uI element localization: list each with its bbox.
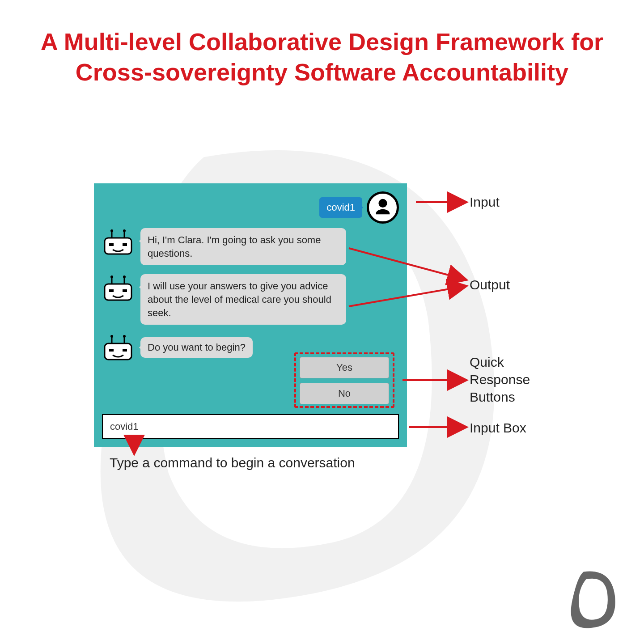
chat-window: covid1 Hi, I'm Clara. I'm going to ask y… — [94, 183, 407, 447]
bot-message-bubble: I will use your answers to give you advi… — [140, 274, 346, 325]
bot-icon — [102, 274, 134, 302]
svg-point-20 — [123, 335, 126, 338]
chat-input-value: covid1 — [110, 421, 139, 432]
svg-point-6 — [123, 229, 126, 232]
annotation-output: Output — [470, 277, 510, 292]
quick-response-no-button[interactable]: No — [300, 383, 389, 404]
bot-message-bubble: Do you want to begin? — [140, 337, 253, 358]
svg-rect-16 — [123, 349, 127, 352]
bot-message-row: Hi, I'm Clara. I'm going to ask you some… — [102, 228, 399, 265]
user-message-bubble: covid1 — [319, 197, 362, 218]
svg-rect-15 — [109, 349, 114, 352]
user-message-row: covid1 — [319, 191, 399, 224]
svg-point-4 — [110, 229, 113, 232]
quick-response-group: Yes No — [300, 357, 389, 404]
svg-rect-8 — [109, 289, 114, 292]
annotation-input: Input — [470, 195, 500, 210]
annotation-input-box: Input Box — [470, 420, 526, 436]
quick-response-yes-button[interactable]: Yes — [300, 357, 389, 378]
svg-point-11 — [110, 275, 113, 278]
annotation-caption: Type a command to begin a conversation — [110, 455, 355, 470]
chat-input-box[interactable]: covid1 — [102, 414, 399, 439]
bot-message-bubble: Hi, I'm Clara. I'm going to ask you some… — [140, 228, 346, 265]
svg-point-18 — [110, 335, 113, 338]
svg-point-13 — [123, 275, 126, 278]
svg-rect-1 — [109, 243, 114, 246]
user-avatar-icon — [367, 191, 399, 224]
bot-message-row: I will use your answers to give you advi… — [102, 274, 399, 325]
page-title: A Multi-level Collaborative Design Frame… — [36, 27, 608, 87]
svg-rect-9 — [123, 289, 127, 292]
annotation-quick-response: Quick Response Buttons — [470, 353, 530, 406]
bot-icon — [102, 228, 134, 256]
svg-rect-2 — [123, 243, 127, 246]
bot-icon — [102, 334, 134, 361]
watermark-small-icon — [564, 568, 626, 631]
